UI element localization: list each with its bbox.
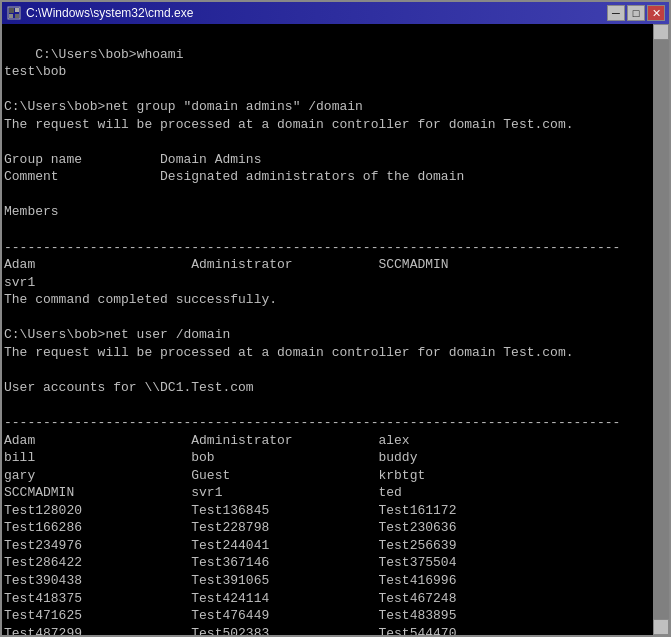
window-icon [6,5,22,21]
scrollbar[interactable]: ▲ ▼ [653,24,669,635]
scroll-track[interactable] [653,40,669,619]
scroll-down-button[interactable]: ▼ [653,619,669,635]
scroll-up-button[interactable]: ▲ [653,24,669,40]
terminal-output[interactable]: C:\Users\bob>whoami test\bob C:\Users\bo… [2,24,669,635]
title-bar: C:\Windows\system32\cmd.exe ─ □ ✕ [2,2,669,24]
cmd-window: C:\Windows\system32\cmd.exe ─ □ ✕ C:\Use… [0,0,671,637]
terminal-text: C:\Users\bob>whoami test\bob C:\Users\bo… [4,47,620,635]
window-title: C:\Windows\system32\cmd.exe [26,6,607,20]
svg-rect-4 [15,14,19,18]
svg-rect-2 [15,8,19,12]
svg-rect-3 [9,14,13,18]
window-controls: ─ □ ✕ [607,5,665,21]
minimize-button[interactable]: ─ [607,5,625,21]
close-button[interactable]: ✕ [647,5,665,21]
maximize-button[interactable]: □ [627,5,645,21]
svg-rect-1 [9,8,14,13]
